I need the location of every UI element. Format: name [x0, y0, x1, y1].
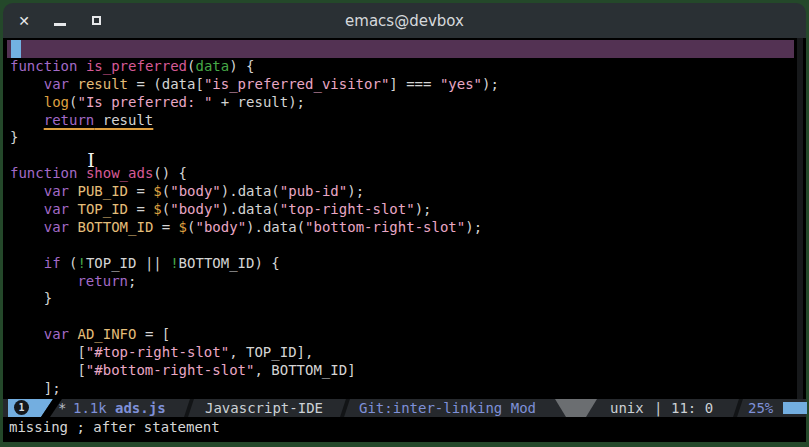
emacs-window: ✕ emacs@devbox function is_preferred(dat…	[0, 0, 809, 447]
echo-message: missing ; after statement	[9, 419, 220, 435]
code-line: function show_ads() {	[7, 165, 798, 183]
window-title: emacs@devbox	[3, 3, 806, 38]
code-line	[7, 147, 798, 165]
buffer-modified-indicator: *	[58, 399, 66, 417]
code-line: ["#bottom-right-slot", BOTTOM_ID]	[7, 362, 798, 380]
code-line: ["#top-right-slot", TOP_ID],	[7, 344, 798, 362]
code-line: }	[7, 129, 798, 147]
code-line: var TOP_ID = $("body").data("top-right-s…	[7, 201, 798, 219]
modeline-slash-separator	[733, 399, 743, 417]
buffer-name[interactable]: ads.js	[115, 399, 166, 417]
mouse-cursor-ibeam: I	[84, 149, 98, 171]
code-line: var result = (data["is_preferred_visitor…	[7, 76, 798, 94]
modeline-slash-separator	[184, 399, 194, 417]
text-cursor	[11, 40, 21, 58]
code-line: var PUB_ID = $("body").data("pub-id");	[7, 183, 798, 201]
echo-area[interactable]: missing ; after statement	[3, 417, 806, 442]
major-mode[interactable]: Javascript-IDE	[205, 399, 323, 417]
code-line: ];	[7, 380, 798, 398]
code-line: return;	[7, 273, 798, 291]
code-line: log("Is preferred: " + result);	[7, 94, 798, 112]
code-line: }	[7, 290, 798, 308]
vcs-branch[interactable]: Git:inter-linking Mod	[359, 399, 536, 417]
window-number-badge: 1	[14, 400, 29, 415]
modeline-accent-block	[783, 402, 807, 414]
editor-buffer[interactable]: function is_preferred(data) { var result…	[3, 38, 806, 442]
buffer-size: 1.1k	[73, 399, 107, 417]
buffer-encoding[interactable]: unix	[610, 399, 644, 417]
code-line	[7, 40, 794, 58]
cursor-position[interactable]: 11: 0	[671, 399, 713, 417]
titlebar[interactable]: ✕ emacs@devbox	[3, 3, 806, 38]
code-line	[7, 237, 798, 255]
code-line: function is_preferred(data) {	[7, 58, 798, 76]
modeline: 1 * 1.1k ads.js Javascript-IDE Git:inter…	[3, 399, 806, 417]
scroll-percentage[interactable]: 25%	[748, 399, 773, 417]
scrollbar[interactable]	[797, 38, 803, 399]
code-line: return result	[7, 112, 798, 130]
code-line	[7, 308, 798, 326]
modeline-pipe: |	[654, 399, 662, 417]
code-lines: function is_preferred(data) { var result…	[7, 40, 798, 398]
code-line: var AD_INFO = [	[7, 326, 798, 344]
modeline-slash-separator	[340, 399, 350, 417]
code-line: var BOTTOM_ID = $("body").data("bottom-r…	[7, 219, 798, 237]
modeline-grey-separator	[555, 399, 597, 417]
code-line: if (!TOP_ID || !BOTTOM_ID) {	[7, 255, 798, 273]
